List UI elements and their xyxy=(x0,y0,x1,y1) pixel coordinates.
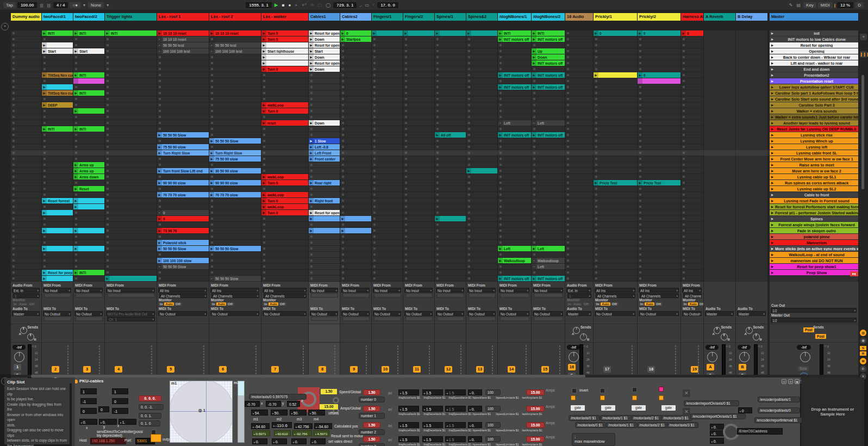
output-type-dropdown[interactable]: No Output xyxy=(263,311,307,316)
track-volume-field[interactable]: -Inf xyxy=(705,345,719,350)
clip-launch-icon[interactable]: ▪ xyxy=(532,258,536,263)
input-channel-dropdown[interactable]: All Channels xyxy=(211,293,259,298)
input-channel-dropdown[interactable]: 1 xyxy=(13,293,40,298)
clip[interactable]: ▶INTI xyxy=(73,90,104,96)
output-type-dropdown[interactable]: Master xyxy=(737,311,766,316)
clip-launch-icon[interactable]: ▶ xyxy=(309,180,314,185)
clip-launch-icon[interactable]: ▶ xyxy=(309,120,314,126)
device-box[interactable]: 1.5 xyxy=(422,422,443,428)
clip[interactable]: ▪Left xyxy=(532,120,565,126)
clip[interactable]: ▶walkLoop xyxy=(261,102,308,108)
track-header-cables1[interactable]: Cables1 xyxy=(309,13,340,21)
scene-launch-icon[interactable]: ▶ xyxy=(770,85,775,89)
output-type-dropdown[interactable]: No Output xyxy=(43,311,71,316)
clip[interactable]: ▶73 96 76 xyxy=(157,228,209,233)
scene-launch-icon[interactable]: ▶ xyxy=(770,175,775,178)
device-box[interactable]: 0 xyxy=(112,398,128,404)
output-type-dropdown[interactable]: No Output xyxy=(404,311,433,316)
output-type-dropdown[interactable]: No Output xyxy=(373,311,401,316)
scene[interactable]: ▶Mannerism xyxy=(770,240,858,245)
clip-launch-icon[interactable]: ▶ xyxy=(261,66,266,72)
device-box[interactable]: 4.5971 xyxy=(314,430,329,436)
clip-launch-icon[interactable]: ▶ xyxy=(261,192,266,197)
input-type-dropdown[interactable]: No Input xyxy=(404,288,433,293)
cue-out-dropdown[interactable]: 1/2 xyxy=(771,308,857,313)
clip-launch-icon[interactable]: ▶ xyxy=(435,216,440,221)
output-type-dropdown[interactable]: No Output xyxy=(210,311,259,316)
clip[interactable]: ▶INTI xyxy=(498,30,531,36)
clip[interactable]: ▶Turn 0 xyxy=(261,198,308,203)
track-number-badge[interactable]: 14 xyxy=(508,366,515,373)
clip-launch-icon[interactable]: ▶ xyxy=(638,180,642,185)
track-number-badge[interactable]: 5 xyxy=(167,366,174,373)
monitor-auto-button[interactable]: Auto xyxy=(645,302,654,306)
device-box[interactable]: 100 xyxy=(485,389,501,395)
scene[interactable]: ▶Another layer leads to lysning sound xyxy=(770,120,858,126)
device-box[interactable]: 0. xyxy=(468,389,482,395)
clip-launch-icon[interactable]: ▶ xyxy=(498,84,503,90)
device-box[interactable]: 0. xyxy=(252,438,267,444)
track-number-badge[interactable]: 3 xyxy=(83,366,91,373)
clip-launch-icon[interactable]: ▶ xyxy=(309,36,314,42)
device-box[interactable]: -1 xyxy=(112,408,128,414)
output-type-dropdown[interactable]: No Output xyxy=(595,311,635,316)
scene[interactable]: ▶Lysning left xyxy=(770,144,858,150)
clip-launch-icon[interactable]: ▶ xyxy=(157,216,162,221)
m2-slider[interactable] xyxy=(238,381,245,443)
clip-launch-icon[interactable]: ▶ xyxy=(532,132,536,138)
device-box[interactable]: 1.5 xyxy=(445,389,466,395)
clip-launch-icon[interactable]: ▶ xyxy=(42,30,47,36)
scene[interactable]: ▶Move arm here w ow face 2 xyxy=(770,168,858,174)
clip-launch-icon[interactable]: ▶ xyxy=(261,30,266,36)
clip[interactable]: ▶Down xyxy=(309,36,340,42)
play-button[interactable]: ▶ xyxy=(273,2,279,8)
clip-launch-icon[interactable]: ▶ xyxy=(498,246,503,251)
output-type-dropdown[interactable]: Master xyxy=(12,311,40,316)
device-box[interactable]: 1.5 xyxy=(398,406,419,412)
track-pan-knob[interactable] xyxy=(707,352,717,362)
clip-launch-icon[interactable]: ▶ xyxy=(261,180,266,185)
input-type-dropdown[interactable]: All Ins xyxy=(210,288,259,293)
track-header-lss-walker[interactable]: Lss - walker xyxy=(261,13,309,21)
clip[interactable]: ▪50 50 50 Slow xyxy=(157,264,209,269)
monitor-auto-button[interactable]: Auto xyxy=(164,302,174,306)
toggle-on[interactable] xyxy=(571,395,576,400)
clip[interactable]: ▶0 xyxy=(157,216,209,221)
device-box[interactable]: /encoder/reportOn/axis/1 $1 xyxy=(690,413,746,419)
device-box[interactable]: number 2 xyxy=(359,429,385,435)
monitor-in-button[interactable]: In xyxy=(567,302,572,306)
midi-map-button[interactable]: MIDI xyxy=(818,2,833,8)
device-box[interactable]: -92.756 xyxy=(292,430,312,436)
clip[interactable]: ▶Front center xyxy=(309,156,340,162)
clip[interactable]: ▶0 xyxy=(594,30,637,36)
clip-launch-icon[interactable]: ▶ xyxy=(261,48,266,54)
loop-icon[interactable]: ◯ xyxy=(324,3,332,8)
track-header-a-reverb[interactable]: A Reverb xyxy=(704,13,736,21)
clip[interactable]: ▪Walkoutloop xyxy=(532,258,565,263)
clip[interactable]: ▶Rear right xyxy=(309,180,340,185)
device-box[interactable]: 0 xyxy=(98,406,109,412)
track-number-badge[interactable]: 17 xyxy=(603,366,611,373)
clip-launch-icon[interactable]: ▶ xyxy=(42,126,47,132)
clip-launch-icon[interactable]: ▶ xyxy=(532,276,536,281)
clip-launch-icon[interactable]: ▶ xyxy=(340,36,345,42)
draw-mode-icon[interactable]: ✎ xyxy=(788,3,794,8)
monitor-off-button[interactable]: Off xyxy=(28,302,35,306)
clip-launch-icon[interactable]: ▶ xyxy=(157,150,162,156)
device-box[interactable]: 54. xyxy=(251,410,268,416)
clip-launch-icon[interactable]: ▶ xyxy=(309,54,314,60)
clip-launch-icon[interactable]: ▶ xyxy=(209,150,214,156)
monitor-off-button[interactable]: Off xyxy=(174,302,182,306)
clear-button[interactable]: ✕ xyxy=(683,389,690,397)
clip-launch-icon[interactable]: ▶ xyxy=(309,156,314,162)
clip-launch-icon[interactable]: ▶ xyxy=(42,42,47,48)
device-box[interactable]: 1.50 xyxy=(363,422,380,428)
scene-launch-icon[interactable]: ▶ xyxy=(770,139,775,143)
clip[interactable]: ▶ xyxy=(340,228,371,233)
scene[interactable]: ▶Reset for forrest Performers start maki… xyxy=(770,204,858,209)
device-box[interactable]: /motor/axis/0 $1 xyxy=(575,422,607,428)
clip[interactable]: ▶ xyxy=(73,228,104,233)
device-box[interactable]: 1.5 xyxy=(445,422,466,428)
clip-launch-icon[interactable]: ▶ xyxy=(638,30,642,36)
input-type-dropdown[interactable]: All Ins xyxy=(158,288,207,293)
